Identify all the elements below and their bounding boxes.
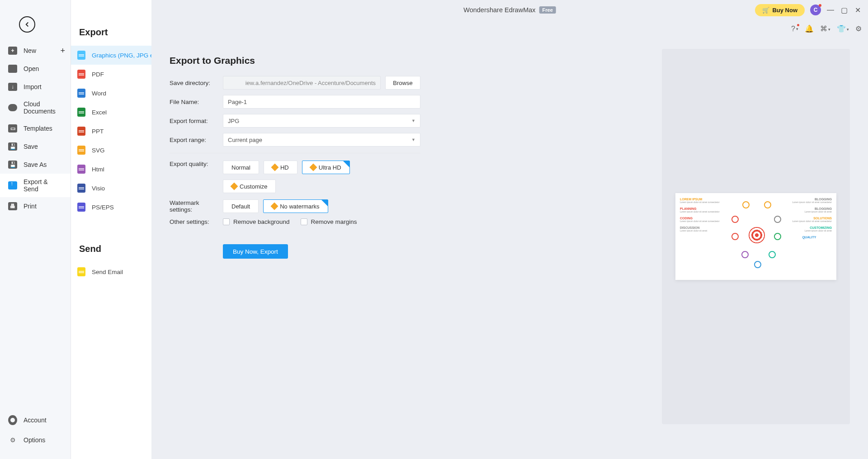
nav-label: Open [24, 65, 39, 72]
ppt-file-icon [77, 127, 85, 136]
folder-icon [8, 64, 17, 73]
checkbox-icon [301, 218, 307, 225]
nav-import[interactable]: ↓ Import [0, 78, 71, 96]
chevron-down-icon: ▼ [411, 137, 415, 142]
plus-square-icon: + [8, 46, 17, 55]
export-form: Export to Graphics Save directory: Brows… [151, 20, 420, 259]
notifications-button[interactable]: 🔔 [805, 24, 814, 33]
nav-new[interactable]: + New + [0, 42, 71, 60]
watermark-label: Watermark settings: [170, 199, 223, 213]
free-badge: Free [539, 6, 556, 14]
export-type-svg[interactable]: SVG [71, 141, 151, 160]
nav-label: Account [24, 416, 47, 424]
export-type-html[interactable]: Html [71, 160, 151, 179]
quality-normal-button[interactable]: Normal [223, 161, 259, 174]
export-type-label: Visio [92, 185, 105, 192]
pdf-file-icon [77, 70, 85, 79]
export-type-label: SVG [92, 147, 105, 154]
export-type-label: Graphics (PNG, JPG et... [92, 52, 151, 59]
file-name-label: File Name: [170, 99, 223, 105]
export-type-ppt[interactable]: PPT [71, 122, 151, 141]
customize-label: Customize [240, 183, 267, 190]
nav-options[interactable]: ⚙ Options [0, 430, 71, 450]
user-avatar[interactable]: C [810, 5, 821, 15]
nav-save[interactable]: 💾 Save [0, 137, 71, 156]
remove-bg-label: Remove background [233, 218, 290, 225]
nav-label: Cloud Documents [24, 100, 62, 115]
nav-print[interactable]: 🖶 Print [0, 197, 71, 215]
graphics-file-icon [77, 51, 85, 60]
export-type-label: PDF [92, 71, 104, 78]
nav-open[interactable]: Open [0, 60, 71, 78]
nav-account[interactable]: Account [0, 410, 71, 430]
quality-hd-button[interactable]: HD [264, 161, 297, 174]
save-as-icon: 💾 [8, 160, 17, 169]
quality-ultra-hd-button[interactable]: Ultra HD [302, 161, 350, 174]
minimize-button[interactable]: — [826, 6, 835, 14]
print-icon: 🖶 [8, 202, 17, 211]
nav-label: Save [24, 143, 38, 150]
excel-file-icon [77, 108, 85, 117]
nav-label: New [24, 47, 36, 54]
settings-button[interactable]: ⚙ [855, 24, 862, 33]
maximize-button[interactable]: ▢ [840, 6, 848, 14]
diamond-icon [271, 203, 278, 210]
watermark-none-button[interactable]: No watermarks [263, 199, 328, 213]
word-file-icon [77, 89, 85, 98]
export-type-column: Export Graphics (PNG, JPG et... PDF Word… [71, 0, 151, 459]
close-button[interactable]: ✕ [854, 6, 862, 14]
shirt-button[interactable]: 👕▾ [837, 24, 849, 33]
nav-cloud-documents[interactable]: Cloud Documents [0, 96, 71, 119]
export-type-graphics[interactable]: Graphics (PNG, JPG et... [71, 46, 151, 65]
browse-button[interactable]: Browse [385, 76, 420, 90]
export-range-select[interactable]: Current page ▼ [223, 133, 420, 147]
remove-background-checkbox[interactable]: Remove background [223, 218, 290, 225]
back-button[interactable] [19, 16, 35, 33]
nav-label: Options [24, 436, 45, 444]
preview-panel: LOREM IPSUMLorem ipsum dolor sit amet co… [662, 49, 850, 424]
save-dir-input[interactable] [223, 76, 381, 90]
file-menu-sidebar: + New + Open ↓ Import Cloud Documents ▭ … [0, 0, 71, 459]
quality-ultra-label: Ultra HD [319, 164, 341, 171]
diamond-icon [231, 183, 238, 190]
apps-button[interactable]: ⌘▾ [820, 24, 830, 33]
visio-file-icon [77, 184, 85, 193]
preview-image: LOREM IPSUMLorem ipsum dolor sit amet co… [675, 193, 836, 280]
export-type-label: PS/EPS [92, 204, 114, 211]
diamond-icon [271, 164, 278, 171]
buy-now-export-button[interactable]: Buy Now, Export [223, 244, 288, 259]
add-icon[interactable]: + [60, 46, 65, 56]
ps-file-icon [77, 203, 85, 212]
remove-margins-label: Remove margins [311, 218, 357, 225]
remove-margins-checkbox[interactable]: Remove margins [301, 218, 357, 225]
export-range-value: Current page [228, 137, 262, 143]
chevron-down-icon: ▼ [411, 118, 415, 123]
app-title: Wondershare EdrawMax [463, 6, 535, 14]
nav-save-as[interactable]: 💾 Save As [0, 156, 71, 174]
customize-button[interactable]: Customize [223, 180, 276, 193]
templates-icon: ▭ [8, 124, 17, 133]
cloud-icon [8, 103, 17, 112]
nav-label: Templates [24, 125, 52, 132]
send-header: Send [71, 217, 151, 262]
divider [170, 153, 420, 153]
buy-now-label: Buy Now [772, 7, 797, 14]
export-type-label: Html [92, 166, 104, 173]
export-format-select[interactable]: JPG ▼ [223, 114, 420, 128]
watermark-default-button[interactable]: Default [223, 199, 259, 213]
send-email[interactable]: Send Email [71, 262, 151, 281]
export-type-label: PPT [92, 128, 104, 135]
file-name-input[interactable] [223, 95, 420, 109]
export-type-word[interactable]: Word [71, 84, 151, 103]
export-type-ps-eps[interactable]: PS/EPS [71, 198, 151, 217]
export-format-label: Export format: [170, 118, 223, 124]
nav-export-send[interactable]: Export & Send [0, 174, 71, 197]
export-type-visio[interactable]: Visio [71, 179, 151, 198]
export-icon [8, 181, 17, 190]
help-button[interactable]: ?▾ [791, 25, 798, 33]
nav-templates[interactable]: ▭ Templates [0, 119, 71, 137]
buy-now-button[interactable]: 🛒 Buy Now [755, 4, 805, 16]
export-type-pdf[interactable]: PDF [71, 65, 151, 84]
toolbar-right: ?▾ 🔔 ⌘▾ 👕▾ ⚙ [791, 24, 862, 33]
export-type-excel[interactable]: Excel [71, 103, 151, 122]
